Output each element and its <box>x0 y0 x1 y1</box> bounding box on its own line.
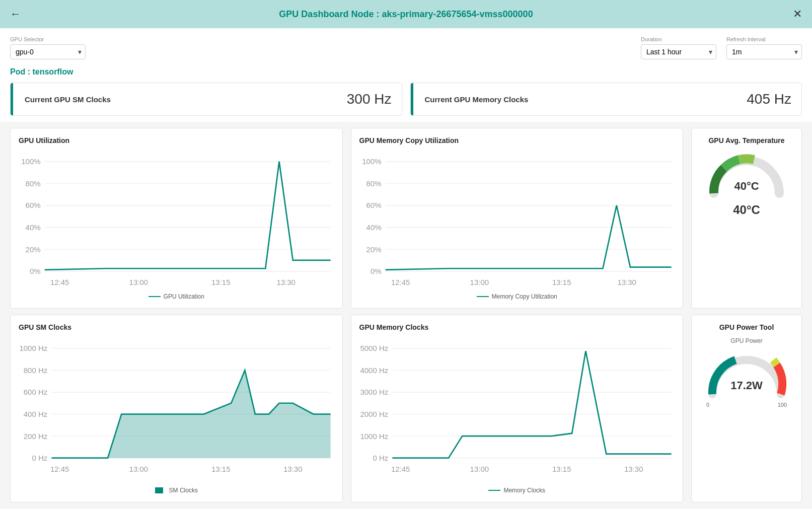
gpu-selector-wrapper[interactable]: gpu-0 gpu-1 ▾ <box>10 44 86 59</box>
sm-clocks-accent <box>11 83 13 115</box>
legend-line-icon <box>488 490 500 491</box>
svg-text:13:30: 13:30 <box>283 465 302 473</box>
duration-group: Duration Last 1 hour Last 3 hours Last 6… <box>641 36 716 59</box>
gpu-utilization-legend: GPU Utilization <box>19 293 334 300</box>
memory-clocks-chart: 5000 Hz 4000 Hz 3000 Hz 2000 Hz 1000 Hz … <box>359 337 675 481</box>
right-controls: Duration Last 1 hour Last 3 hours Last 6… <box>641 36 802 59</box>
svg-text:12:45: 12:45 <box>50 465 69 473</box>
metric-bars: Current GPU SM Clocks 300 Hz Current GPU… <box>0 83 812 122</box>
duration-label: Duration <box>641 36 716 42</box>
svg-text:13:30: 13:30 <box>624 465 643 473</box>
svg-text:400 Hz: 400 Hz <box>24 410 47 418</box>
svg-text:13:30: 13:30 <box>276 278 295 286</box>
refresh-group: Refresh Interval 1m 5m 10m 30m ▾ <box>726 36 802 59</box>
svg-text:60%: 60% <box>366 201 381 209</box>
header-title: GPU Dashboard Node : aks-primary-2667565… <box>279 9 533 20</box>
sm-clocks-legend-box <box>155 487 163 493</box>
memory-clocks-value: 405 Hz <box>747 91 791 107</box>
gpu-selector[interactable]: gpu-0 gpu-1 <box>10 44 86 59</box>
gpu-selector-group: GPU Selector gpu-0 gpu-1 ▾ <box>10 36 86 59</box>
power-tool-card: GPU Power Tool GPU Power 17.2W 0 100 17.… <box>691 315 802 502</box>
svg-text:100%: 100% <box>362 157 381 166</box>
controls-bar: GPU Selector gpu-0 gpu-1 ▾ Duration Last… <box>0 28 812 63</box>
memory-clocks-card: GPU Memory Clocks 5000 Hz 4000 Hz 3000 H… <box>351 315 684 502</box>
svg-text:4000 Hz: 4000 Hz <box>360 366 388 375</box>
memory-clocks-metric: Current GPU Memory Clocks 405 Hz <box>410 83 802 116</box>
memory-copy-chart: 100% 80% 60% 40% 20% 0% 12:45 13:00 13:1… <box>359 151 675 287</box>
svg-text:600 Hz: 600 Hz <box>24 388 47 397</box>
gpu-selector-label: GPU Selector <box>10 36 86 42</box>
temperature-gauge: 40°C <box>706 151 787 201</box>
power-gauge: 17.2W <box>706 346 787 402</box>
svg-text:0%: 0% <box>30 267 41 275</box>
svg-text:12:45: 12:45 <box>391 278 409 286</box>
sm-clocks-chart-title: GPU SM Clocks <box>19 323 334 331</box>
svg-text:2000 Hz: 2000 Hz <box>360 410 388 418</box>
svg-text:40°C: 40°C <box>734 180 759 192</box>
svg-text:13:15: 13:15 <box>211 465 230 473</box>
svg-text:13:15: 13:15 <box>211 278 230 286</box>
pod-label: Pod : tensorflow <box>0 63 812 83</box>
svg-text:80%: 80% <box>366 179 381 188</box>
duration-select[interactable]: Last 1 hour Last 3 hours Last 6 hours La… <box>641 44 716 59</box>
svg-text:80%: 80% <box>26 179 41 188</box>
svg-text:12:45: 12:45 <box>50 278 69 286</box>
top-charts-row: GPU Utilization 100% 80% 60% 40% 20% 0% … <box>0 122 812 315</box>
memory-clocks-accent <box>411 83 413 115</box>
legend-line-icon <box>477 296 489 297</box>
svg-text:800 Hz: 800 Hz <box>24 366 47 375</box>
svg-text:13:00: 13:00 <box>470 278 488 286</box>
svg-text:13:00: 13:00 <box>129 278 148 286</box>
svg-text:3000 Hz: 3000 Hz <box>360 388 388 397</box>
memory-copy-utilization-card: GPU Memory Copy Utilization 100% 80% 60%… <box>351 128 684 309</box>
bottom-charts-row: GPU SM Clocks 1000 Hz 800 Hz 600 Hz 400 … <box>0 315 812 508</box>
refresh-wrapper[interactable]: 1m 5m 10m 30m ▾ <box>726 44 802 59</box>
svg-text:17.2W: 17.2W <box>730 379 763 392</box>
sm-clocks-value: 300 Hz <box>347 91 392 107</box>
svg-text:100%: 100% <box>21 157 40 166</box>
svg-text:0%: 0% <box>370 267 381 275</box>
duration-wrapper[interactable]: Last 1 hour Last 3 hours Last 6 hours La… <box>641 44 716 59</box>
power-tool-title: GPU Power Tool <box>719 323 774 331</box>
svg-text:0 Hz: 0 Hz <box>373 454 388 463</box>
sm-clocks-card: GPU SM Clocks 1000 Hz 800 Hz 600 Hz 400 … <box>10 315 343 502</box>
svg-text:13:00: 13:00 <box>129 465 148 473</box>
refresh-label: Refresh Interval <box>726 36 802 42</box>
refresh-select[interactable]: 1m 5m 10m 30m <box>726 44 802 59</box>
svg-text:1000 Hz: 1000 Hz <box>19 344 47 353</box>
svg-text:40%: 40% <box>366 223 381 232</box>
memory-copy-legend: Memory Copy Utilization <box>359 293 675 300</box>
svg-text:60%: 60% <box>26 201 41 209</box>
svg-text:20%: 20% <box>26 245 41 254</box>
svg-text:12:45: 12:45 <box>391 465 409 473</box>
gpu-utilization-card: GPU Utilization 100% 80% 60% 40% 20% 0% … <box>10 128 343 309</box>
pod-name: tensorflow <box>32 67 73 76</box>
power-label: GPU Power <box>730 337 762 344</box>
svg-text:0 Hz: 0 Hz <box>32 454 47 463</box>
memory-clocks-legend: Memory Clocks <box>359 487 675 494</box>
gpu-utilization-chart: 100% 80% 60% 40% 20% 0% 12:45 13:00 13:1… <box>19 151 334 287</box>
svg-text:13:30: 13:30 <box>617 278 636 286</box>
avg-temperature-card: GPU Avg. Temperature 40°C 40°C <box>691 128 802 309</box>
svg-text:13:15: 13:15 <box>552 465 571 473</box>
svg-text:40%: 40% <box>26 223 41 232</box>
svg-text:5000 Hz: 5000 Hz <box>360 344 388 353</box>
svg-text:1000 Hz: 1000 Hz <box>360 432 388 441</box>
svg-text:13:15: 13:15 <box>552 278 571 286</box>
close-button[interactable]: ✕ <box>793 8 802 21</box>
memory-copy-title: GPU Memory Copy Utilization <box>359 136 675 144</box>
temperature-value: 40°C <box>733 203 760 217</box>
gpu-utilization-title: GPU Utilization <box>19 136 334 144</box>
sm-clocks-legend: SM Clocks <box>19 487 334 494</box>
sm-clocks-title: Current GPU SM Clocks <box>21 95 347 104</box>
legend-line-icon <box>149 296 161 297</box>
memory-clocks-title: Current GPU Memory Clocks <box>421 95 747 104</box>
memory-clocks-chart-title: GPU Memory Clocks <box>359 323 675 331</box>
svg-text:13:00: 13:00 <box>470 465 488 473</box>
sm-clocks-metric: Current GPU SM Clocks 300 Hz <box>10 83 402 116</box>
svg-text:20%: 20% <box>366 245 381 254</box>
back-button[interactable]: ← <box>10 8 21 21</box>
power-scale: 0 100 <box>706 402 787 408</box>
sm-clocks-chart: 1000 Hz 800 Hz 600 Hz 400 Hz 200 Hz 0 Hz… <box>19 337 334 481</box>
header: ← GPU Dashboard Node : aks-primary-26675… <box>0 0 812 28</box>
